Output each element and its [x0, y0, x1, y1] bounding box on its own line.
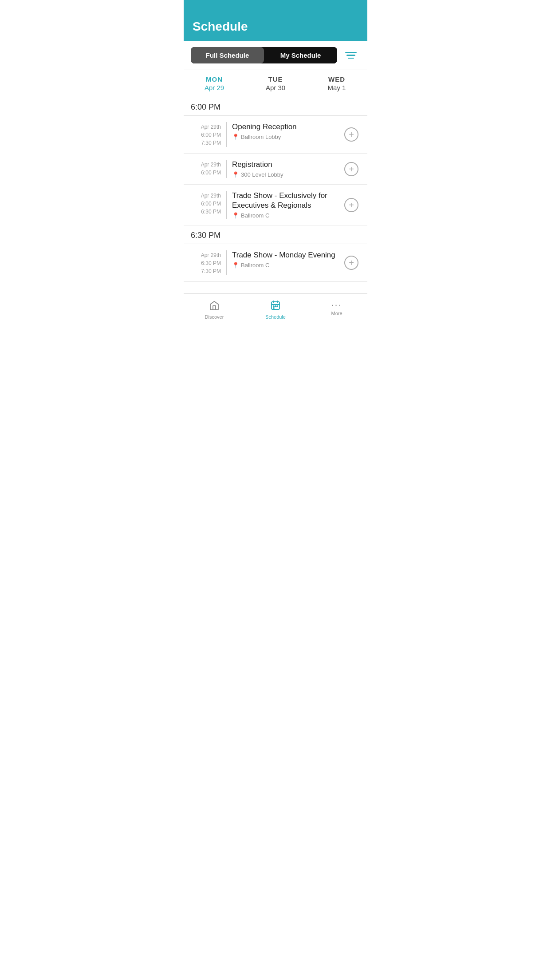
nav-label-discover: Discover [205, 314, 224, 320]
home-icon [209, 300, 220, 312]
event-location-text-4: Ballroom C [241, 262, 269, 269]
svg-rect-0 [213, 306, 216, 310]
svg-point-6 [275, 306, 276, 307]
nav-item-more[interactable]: ··· More [306, 297, 367, 320]
add-event-btn-3[interactable]: + [342, 196, 360, 214]
schedule-content: 6:00 PM Apr 29th 6:00 PM 7:30 PM Opening… [184, 97, 367, 293]
event-date-2: Apr 29th [201, 161, 221, 169]
day-tab-tue[interactable]: TUE Apr 30 [245, 70, 306, 97]
filter-icon-line2 [346, 55, 355, 56]
event-divider-4 [226, 250, 227, 275]
my-schedule-btn[interactable]: My Schedule [264, 47, 337, 63]
bottom-nav: Discover Schedule ··· More [184, 293, 367, 327]
day-tab-wed-day: WED [310, 75, 364, 83]
day-tab-tue-date: Apr 30 [248, 84, 303, 91]
nav-label-more: More [331, 311, 342, 316]
add-event-btn-1[interactable]: + [342, 126, 360, 143]
day-tab-wed-date: May 1 [310, 84, 364, 91]
location-pin-icon-1: 📍 [232, 134, 239, 140]
page-title: Schedule [193, 20, 248, 33]
day-tabs: MON Apr 29 TUE Apr 30 WED May 1 [184, 70, 367, 97]
time-header-600pm: 6:00 PM [184, 97, 367, 116]
day-tab-wed[interactable]: WED May 1 [306, 70, 367, 97]
event-location-text-3: Ballroom C [241, 212, 269, 219]
event-date-1: Apr 29th [201, 123, 221, 131]
filter-button[interactable] [342, 50, 360, 61]
filter-icon-line3 [348, 58, 354, 59]
event-details-4: Trade Show - Monday Evening 📍 Ballroom C [232, 250, 339, 275]
event-start-4: 6:30 PM [201, 259, 221, 267]
more-icon: ··· [331, 300, 342, 309]
day-tab-mon-date: Apr 29 [187, 84, 241, 91]
event-time-col-1: Apr 29th 6:00 PM 7:30 PM [191, 122, 226, 147]
event-opening-reception: Apr 29th 6:00 PM 7:30 PM Opening Recepti… [184, 116, 367, 154]
event-date-4: Apr 29th [201, 251, 221, 259]
event-title-1: Opening Reception [232, 122, 339, 132]
location-pin-icon-4: 📍 [232, 262, 239, 269]
add-event-btn-2[interactable]: + [342, 160, 360, 178]
event-tradeshow-exec: Apr 29th 6:00 PM 6:30 PM Trade Show - Ex… [184, 185, 367, 225]
event-location-text-2: 300 Level Lobby [241, 171, 283, 178]
toggle-container: Full Schedule My Schedule [184, 41, 367, 70]
event-location-4: 📍 Ballroom C [232, 262, 339, 269]
event-start-1: 6:00 PM [201, 131, 221, 139]
location-pin-icon-3: 📍 [232, 212, 239, 219]
app-header: Schedule [184, 0, 367, 41]
event-title-4: Trade Show - Monday Evening [232, 250, 339, 260]
event-start-3: 6:00 PM [201, 200, 221, 208]
nav-item-discover[interactable]: Discover [184, 297, 245, 320]
day-tab-mon-day: MON [187, 75, 241, 83]
day-tab-tue-day: TUE [248, 75, 303, 83]
event-location-1: 📍 Ballroom Lobby [232, 134, 339, 140]
add-circle-icon-2: + [344, 162, 358, 176]
add-circle-icon-1: + [344, 127, 358, 142]
add-circle-icon-3: + [344, 198, 358, 212]
calendar-icon [270, 300, 281, 312]
location-pin-icon-2: 📍 [232, 171, 239, 178]
event-end-3: 6:30 PM [201, 208, 221, 216]
full-schedule-btn[interactable]: Full Schedule [191, 47, 264, 63]
event-time-col-2: Apr 29th 6:00 PM [191, 160, 226, 178]
event-title-3: Trade Show - Exclusively for Executives … [232, 191, 339, 210]
day-tab-mon[interactable]: MON Apr 29 [184, 70, 245, 97]
event-details-3: Trade Show - Exclusively for Executives … [232, 191, 339, 219]
time-header-630pm: 6:30 PM [184, 225, 367, 244]
event-time-col-3: Apr 29th 6:00 PM 6:30 PM [191, 191, 226, 219]
svg-point-5 [273, 306, 274, 307]
event-divider-1 [226, 122, 227, 147]
event-time-col-4: Apr 29th 6:30 PM 7:30 PM [191, 250, 226, 275]
svg-point-7 [277, 306, 278, 307]
event-divider-3 [226, 191, 227, 219]
event-location-text-1: Ballroom Lobby [241, 134, 281, 140]
schedule-toggle: Full Schedule My Schedule [191, 47, 337, 63]
add-event-btn-4[interactable]: + [342, 254, 360, 272]
event-location-3: 📍 Ballroom C [232, 212, 339, 219]
nav-item-schedule[interactable]: Schedule [245, 297, 306, 320]
event-details-2: Registration 📍 300 Level Lobby [232, 160, 339, 178]
event-date-3: Apr 29th [201, 192, 221, 200]
svg-point-8 [273, 308, 274, 308]
event-divider-2 [226, 160, 227, 178]
add-circle-icon-4: + [344, 256, 358, 270]
event-details-1: Opening Reception 📍 Ballroom Lobby [232, 122, 339, 147]
event-location-2: 📍 300 Level Lobby [232, 171, 339, 178]
event-start-2: 6:00 PM [201, 169, 221, 177]
event-end-4: 7:30 PM [201, 267, 221, 275]
event-title-2: Registration [232, 160, 339, 170]
filter-icon-line1 [345, 52, 357, 53]
nav-label-schedule: Schedule [265, 314, 286, 320]
event-end-1: 7:30 PM [201, 139, 221, 147]
event-tradeshow-evening: Apr 29th 6:30 PM 7:30 PM Trade Show - Mo… [184, 244, 367, 282]
event-registration: Apr 29th 6:00 PM Registration 📍 300 Leve… [184, 154, 367, 185]
